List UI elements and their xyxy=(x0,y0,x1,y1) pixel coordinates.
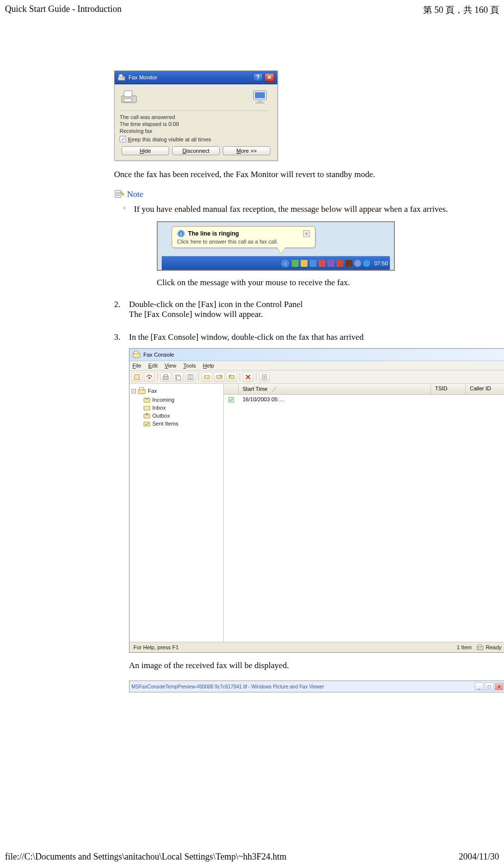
taskbar-tray: ‹ 07:50 xyxy=(162,256,390,270)
menu-view[interactable]: View xyxy=(165,363,177,369)
disconnect-button[interactable]: Disconnect xyxy=(172,146,220,155)
row-start-time: 16/10/2003 05:… xyxy=(239,395,431,406)
picture-viewer-titlebar: MSFaxConsoleTempPreview-#00008 9c7c61784… xyxy=(129,681,504,692)
svg-rect-33 xyxy=(144,398,150,402)
toolbar-button[interactable] xyxy=(160,372,171,382)
tray-icon[interactable] xyxy=(292,260,299,267)
svg-rect-20 xyxy=(134,374,139,379)
page-indicator: 第 50 頁，共 160 頁 xyxy=(423,4,499,16)
fax-console-menubar: File Edit View Tools Help xyxy=(129,361,504,371)
menu-tools[interactable]: Tools xyxy=(183,363,196,369)
toolbar-button[interactable] xyxy=(226,372,237,382)
svg-rect-4 xyxy=(124,91,132,97)
footer-path: file://C:\Documents and Settings\anitach… xyxy=(5,852,286,862)
hide-button[interactable]: Hide xyxy=(122,146,169,155)
status-help: For Help, press F1 xyxy=(133,644,179,650)
svg-rect-25 xyxy=(177,376,181,380)
more-button[interactable]: More >> xyxy=(223,146,270,155)
content: Fax Monitor ? ✕ The call was answered Th… xyxy=(114,70,494,692)
svg-rect-36 xyxy=(144,422,150,426)
outbox-icon xyxy=(143,412,150,419)
menu-file[interactable]: File xyxy=(132,363,141,369)
minimize-button[interactable]: _ xyxy=(475,682,484,690)
page-header: Quick Start Guide - Introduction 第 50 頁，… xyxy=(0,0,504,16)
keep-visible-checkbox[interactable]: ✓ Keep this dialog visible at all times xyxy=(120,136,272,142)
svg-rect-9 xyxy=(255,102,264,104)
menu-help[interactable]: Help xyxy=(203,363,214,369)
tray-icon[interactable] xyxy=(336,260,343,267)
svg-rect-32 xyxy=(139,387,143,390)
table-row[interactable]: 16/10/2003 05:… xyxy=(224,395,504,406)
step-3-text: In the [Fax Console] window, double-clic… xyxy=(129,332,494,342)
monitor-icon xyxy=(251,88,272,106)
tray-icon[interactable] xyxy=(310,260,316,267)
svg-rect-7 xyxy=(255,92,265,98)
fax-monitor-dialog: Fax Monitor ? ✕ The call was answered Th… xyxy=(114,70,278,161)
fax-console-toolbar xyxy=(129,371,504,384)
info-icon: i xyxy=(177,230,185,238)
viewer-title: MSFaxConsoleTempPreview-#00008 9c7c61784… xyxy=(131,684,324,689)
svg-rect-2 xyxy=(123,77,125,79)
tree-sent-items[interactable]: Sent Items xyxy=(143,420,221,428)
tree-incoming[interactable]: Incoming xyxy=(143,396,221,404)
close-button[interactable]: ✕ xyxy=(495,682,504,690)
col-tsid[interactable]: TSID xyxy=(431,384,466,394)
divider-line xyxy=(120,110,268,111)
balloon-notification[interactable]: i The line is ringing × Click here to an… xyxy=(172,226,315,248)
status-line-2: The time elapsed is 0:08 xyxy=(120,121,272,127)
maximize-button[interactable]: □ xyxy=(485,682,494,690)
col-caller-id[interactable]: Caller ID xyxy=(466,384,504,394)
step-2-line-2: The [Fax Console] window will appear. xyxy=(129,310,494,319)
menu-edit[interactable]: Edit xyxy=(148,363,158,369)
ready-icon xyxy=(477,644,484,651)
svg-rect-5 xyxy=(124,99,132,102)
status-line-3: Receiving fax xyxy=(120,128,272,134)
status-ready: Ready xyxy=(477,644,502,651)
fax-console-titlebar: Fax Console xyxy=(129,349,504,361)
tray-icon[interactable] xyxy=(363,260,370,267)
tree-outbox[interactable]: Outbox xyxy=(143,412,221,420)
balloon-close-button[interactable]: × xyxy=(303,230,310,237)
help-button[interactable]: ? xyxy=(253,73,263,82)
tray-clock: 07:50 xyxy=(374,260,388,266)
tray-icon[interactable] xyxy=(354,260,361,267)
toolbar-button[interactable] xyxy=(259,372,270,382)
tray-icon[interactable] xyxy=(318,260,325,267)
tree-inbox[interactable]: Inbox xyxy=(143,404,221,412)
fax-root-icon xyxy=(138,387,146,395)
tray-notification-box: i The line is ringing × Click here to an… xyxy=(157,221,395,271)
tree-root-fax[interactable]: − Fax xyxy=(131,387,221,395)
inbox-icon xyxy=(143,404,150,411)
toolbar-button[interactable] xyxy=(201,372,212,382)
fax-icon xyxy=(118,73,126,81)
paragraph-after-console: An image of the received fax will be dis… xyxy=(129,661,494,671)
sent-icon xyxy=(143,420,150,427)
toolbar-button[interactable] xyxy=(214,372,225,382)
keep-visible-label: Keep this dialog visible at all times xyxy=(128,136,211,142)
note-label: Note xyxy=(127,189,143,199)
status-item-count: 1 Item xyxy=(457,644,472,650)
incoming-icon xyxy=(143,396,150,403)
close-button[interactable]: ✕ xyxy=(264,73,274,82)
checkbox-icon: ✓ xyxy=(120,136,126,142)
svg-rect-27 xyxy=(204,375,209,378)
toolbar-button[interactable] xyxy=(173,372,184,382)
tray-icon[interactable] xyxy=(345,260,352,267)
step-2: 2. Double-click on the [Fax] icon in the… xyxy=(114,300,494,319)
tray-icon[interactable] xyxy=(327,260,334,267)
col-icon[interactable] xyxy=(224,384,239,394)
fax-console-tree: − Fax Incoming Inbox xyxy=(129,384,224,642)
svg-rect-1 xyxy=(119,74,123,77)
toolbar-button[interactable] xyxy=(131,372,142,382)
toolbar-button[interactable] xyxy=(185,372,196,382)
tray-icon[interactable] xyxy=(301,260,308,267)
svg-rect-19 xyxy=(134,351,138,354)
toolbar-delete-button[interactable] xyxy=(243,372,253,382)
fax-console-title: Fax Console xyxy=(143,352,174,358)
tray-expand-icon[interactable]: ‹ xyxy=(281,259,290,268)
note-icon xyxy=(114,189,125,199)
col-start-time[interactable]: Start Time ／ xyxy=(239,384,431,394)
toolbar-button[interactable] xyxy=(144,372,155,382)
fax-console-icon xyxy=(132,351,140,359)
list-header: Start Time ／ TSID Caller ID xyxy=(224,384,504,395)
